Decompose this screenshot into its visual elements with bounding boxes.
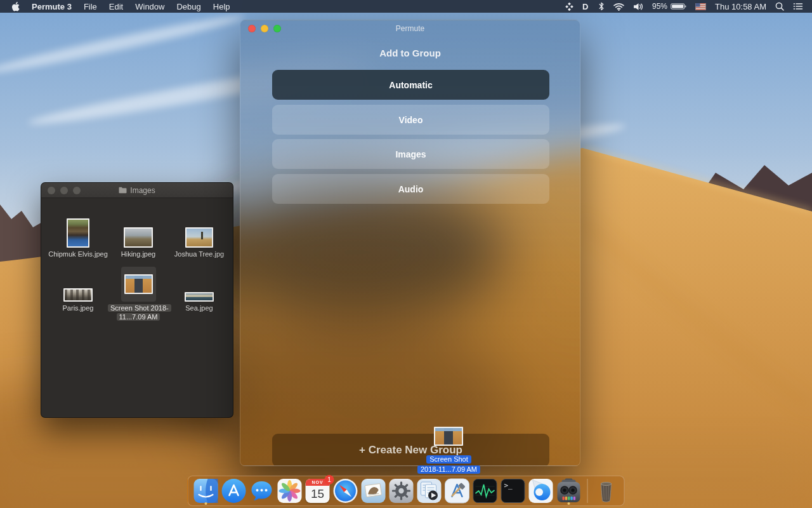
dock-separator [587,479,588,503]
bluetooth-icon[interactable] [598,2,605,11]
wifi-icon[interactable] [613,3,624,11]
file-label-selected: Screen Shot 2018-11...7.09 AM [108,304,169,322]
notification-center-list-icon[interactable] [793,3,803,10]
dock-item-downie[interactable] [528,478,554,504]
group-button-automatic[interactable]: Automatic [272,70,549,100]
file-chipmuk-elvis[interactable]: Chipmuk Elvis.jpeg [48,212,108,259]
menu-help[interactable]: Help [213,2,230,11]
d-menu-extra-icon[interactable]: D [582,2,589,11]
dock-item-terminal[interactable]: >_ [500,478,527,504]
finder-icon [193,478,219,504]
file-screen-shot-selected[interactable]: Screen Shot 2018-11...7.09 AM [108,266,169,322]
file-thumbnail-sea[interactable] [185,292,214,302]
dock-item-calendar[interactable]: NOV 15 1 [304,478,331,504]
dock-item-mail[interactable] [360,478,387,504]
dock-item-safari[interactable] [332,478,359,504]
permute-titlebar[interactable]: Permute [240,20,580,37]
diamond-grid-icon[interactable] [565,3,573,11]
battery-status[interactable]: 95% [652,2,686,11]
dock-item-xcode[interactable] [444,478,471,504]
volume-icon[interactable] [633,3,643,11]
file-label: Hiking.jpeg [108,250,169,259]
add-to-group-heading: Add to Group [240,48,580,58]
permute-window-title: Permute [240,24,580,33]
file-joshua-tree[interactable]: Joshua Tree.jpg [169,212,230,259]
dock-item-system-preferences[interactable] [388,478,415,504]
file-sea[interactable]: Sea.jpeg [169,266,230,313]
terminal-icon: >_ [501,478,526,504]
dock-item-permute[interactable] [556,478,582,504]
document-player-icon [417,478,442,504]
group-button-video[interactable]: Video [272,105,549,135]
dock-item-trash[interactable] [593,478,620,504]
spotlight-search-icon[interactable] [775,2,784,11]
selection-highlight [121,267,156,302]
file-thumbnail-chipmuk[interactable] [67,218,89,248]
menu-clock[interactable]: Thu 10:58 AM [715,2,766,11]
app-store-icon [221,478,247,504]
file-hiking[interactable]: Hiking.jpeg [108,212,169,259]
menu-window[interactable]: Window [135,2,164,11]
battery-icon [671,3,686,10]
trash-icon [594,478,619,504]
xcode-icon [445,478,470,504]
dock-item-photos[interactable] [277,478,303,504]
running-indicator [205,502,207,505]
running-indicator [568,502,570,505]
finder-window-title: Images [41,186,233,195]
dock: NOV 15 1 >_ [188,476,625,506]
file-label: Chipmuk Elvis.jpeg [48,250,108,259]
safari-icon [333,478,358,504]
file-label: Joshua Tree.jpg [169,250,230,259]
file-paris[interactable]: Paris.jpeg [48,266,108,313]
file-label: Paris.jpeg [48,304,108,313]
downie-icon [528,478,554,504]
calendar-day: 15 [306,486,330,502]
finder-window-images: Images Chipmuk Elvis.jpeg Hiking.jpeg Jo… [41,182,233,418]
gear-icon [389,478,414,504]
permute-robot-icon [556,478,582,504]
desktop: { "menu_bar": { "app_name": "Permute 3",… [0,0,812,508]
permute-window: Permute Add to Group Automatic Video Ima… [240,20,580,466]
mail-icon [361,478,386,504]
dock-item-activity-monitor[interactable] [472,478,499,504]
svg-text:D: D [582,2,588,11]
messages-icon [249,478,275,504]
file-thumbnail-hiking[interactable] [124,227,153,248]
menu-bar: Permute 3 File Edit Window Debug Help D … [0,0,812,13]
file-thumbnail-screen-shot[interactable] [124,274,153,294]
folder-icon [119,187,127,194]
dock-item-messages[interactable] [249,478,275,504]
group-button-audio[interactable]: Audio [272,174,549,204]
file-thumbnail-paris[interactable] [63,288,93,302]
battery-percent-label: 95% [652,2,667,11]
svg-text:>_: >_ [504,481,513,490]
menu-edit[interactable]: Edit [109,2,123,11]
file-label: Sea.jpeg [169,304,230,313]
apple-menu-icon[interactable] [11,2,20,11]
dock-item-app-store[interactable] [221,478,247,504]
dock-item-finder[interactable] [193,478,219,504]
finder-titlebar[interactable]: Images [41,183,233,198]
file-thumbnail-joshua[interactable] [185,227,213,248]
group-button-images[interactable]: Images [272,139,549,169]
photos-icon [277,478,303,504]
pulse-graph-icon [473,478,498,504]
drag-ghost-label: Screen Shot 2018-11...7.09 AM [393,454,504,474]
menu-file[interactable]: File [84,2,97,11]
menu-debug[interactable]: Debug [176,2,200,11]
input-source-flag-icon[interactable] [695,3,706,10]
drag-ghost-thumbnail [434,427,463,446]
menu-app-name[interactable]: Permute 3 [32,2,72,11]
dock-item-quicktime-player[interactable] [416,478,443,504]
